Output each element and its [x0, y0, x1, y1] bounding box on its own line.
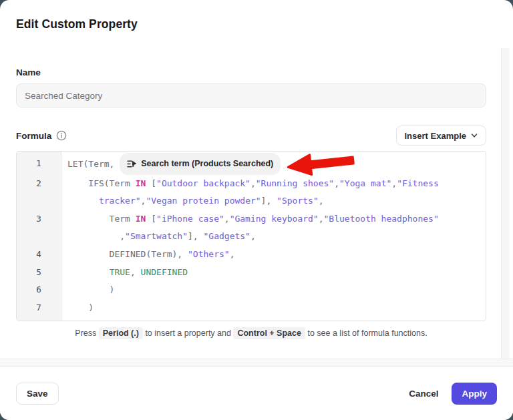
code-line: tracker","Vegan protein powder"], "Sport…: [17, 192, 486, 210]
code-token: Term: [67, 214, 136, 224]
code-token: DEFINED(Term),: [67, 249, 188, 259]
formula-code-editor[interactable]: 1LET(Term, Search term (Products Searche…: [16, 151, 486, 321]
code-text: Term IN ["iPhone case","Gaming keyboard"…: [61, 210, 439, 228]
info-icon[interactable]: [56, 130, 67, 141]
code-token: "Others": [188, 249, 230, 259]
code-token: "Running shoes": [256, 178, 334, 188]
hint-text: to insert a property and: [143, 329, 234, 338]
code-token: ): [67, 302, 94, 312]
code-token: ,: [67, 231, 125, 241]
modal-body: Edit Custom Property Name Formula Insert…: [0, 0, 513, 338]
code-token: ],: [188, 231, 203, 241]
insert-example-label: Insert Example: [405, 131, 467, 141]
code-token: IN: [136, 178, 146, 188]
code-token: ,: [391, 178, 397, 188]
formula-label-wrap: Formula: [16, 130, 67, 141]
vertical-scrollbar[interactable]: [501, 48, 510, 359]
line-number: 2: [17, 175, 61, 193]
name-input[interactable]: [16, 83, 486, 108]
code-token: ,: [334, 178, 339, 188]
code-line: ,"Smartwatch"], "Gadgets",: [17, 228, 486, 246]
code-token: ,: [319, 196, 324, 206]
code-text: DEFINED(Term), "Others",: [61, 246, 234, 264]
insert-example-button[interactable]: Insert Example: [396, 126, 487, 146]
code-rows: 1LET(Term, Search term (Products Searche…: [17, 155, 486, 317]
code-line: 5 TRUE, UNDEFINED: [17, 264, 486, 282]
code-token: LET(Term,: [67, 159, 120, 169]
code-line: 2 IFS(Term IN ["Outdoor backpack","Runni…: [17, 175, 486, 193]
code-text: ): [61, 299, 94, 317]
apply-button[interactable]: Apply: [452, 383, 497, 405]
code-line: 6 ): [17, 281, 486, 299]
name-label: Name: [16, 67, 486, 77]
footer-right: Cancel Apply: [409, 383, 497, 405]
code-token: tracker": [99, 196, 141, 206]
formula-header: Formula Insert Example: [16, 126, 486, 146]
edit-custom-property-modal: Edit Custom Property Name Formula Insert…: [0, 0, 513, 420]
code-token: "Bluetooth headphones": [324, 214, 439, 224]
formula-label: Formula: [16, 131, 51, 141]
code-line: 1LET(Term, Search term (Products Searche…: [17, 155, 486, 175]
code-token: ,: [250, 178, 256, 188]
code-text: IFS(Term IN ["Outdoor backpack","Running…: [61, 175, 439, 193]
line-number: 7: [17, 299, 61, 317]
line-number: 3: [17, 210, 61, 228]
code-token: "Outdoor backpack": [156, 178, 250, 188]
code-token: "Fitness: [397, 178, 439, 188]
code-text: TRUE, UNDEFINED: [61, 264, 188, 282]
code-token: ,: [230, 249, 235, 259]
code-token: [67, 196, 99, 206]
code-token: ,: [250, 231, 256, 241]
code-text: ,"Smartwatch"], "Gadgets",: [61, 228, 256, 246]
code-token: ,: [224, 214, 230, 224]
code-token: [67, 267, 110, 277]
code-text: LET(Term, Search term (Products Searched…: [61, 155, 291, 175]
code-token: [: [146, 178, 156, 188]
line-number: 5: [17, 264, 61, 282]
modal-title: Edit Custom Property: [16, 17, 486, 31]
hint-text: Press: [75, 329, 98, 338]
code-token: UNDEFINED: [141, 267, 188, 277]
code-token: ,: [130, 267, 141, 277]
line-number: 4: [17, 246, 61, 264]
hint-text: to see a list of formula functions.: [305, 329, 428, 338]
code-line: 7 ): [17, 299, 486, 317]
kbd-period: Period (.): [99, 327, 143, 339]
line-number: 1: [17, 155, 61, 175]
property-chip-label: Search term (Products Searched): [141, 155, 273, 173]
code-token: ,: [319, 214, 324, 224]
code-token: "Gadgets": [204, 231, 250, 241]
line-number: [17, 228, 61, 246]
property-chip[interactable]: Search term (Products Searched): [120, 153, 281, 175]
code-text: tracker","Vegan protein powder"], "Sport…: [61, 192, 324, 210]
chevron-down-icon: [471, 132, 478, 139]
code-token: "Smartwatch": [125, 231, 188, 241]
code-token: ],: [261, 196, 277, 206]
code-token: TRUE: [110, 267, 130, 277]
name-section: Name: [16, 67, 486, 108]
formula-hint: Press Period (.) to insert a property an…: [16, 329, 486, 338]
code-token: ,: [281, 159, 291, 169]
code-text: ): [61, 281, 114, 299]
code-token: ): [67, 284, 114, 294]
search-term-icon: [127, 160, 137, 168]
code-token: "Sports": [277, 196, 319, 206]
line-number: 6: [17, 281, 61, 299]
line-number: [17, 192, 61, 210]
code-token: "iPhone case": [156, 214, 224, 224]
code-token: [: [146, 214, 156, 224]
modal-footer: Save Cancel Apply: [0, 367, 513, 420]
code-token: "Yoga mat": [339, 178, 391, 188]
horizontal-scrollbar[interactable]: [0, 359, 513, 367]
code-line: 4 DEFINED(Term), "Others",: [17, 246, 486, 264]
kbd-control-space: Control + Space: [233, 327, 305, 339]
code-token: "Gaming keyboard": [230, 214, 319, 224]
code-token: IFS(Term: [67, 178, 136, 188]
cancel-button[interactable]: Cancel: [409, 389, 438, 399]
save-button[interactable]: Save: [16, 383, 59, 405]
code-line: 3 Term IN ["iPhone case","Gaming keyboar…: [17, 210, 486, 228]
code-token: "Vegan protein powder": [146, 196, 261, 206]
code-token: IN: [136, 214, 146, 224]
